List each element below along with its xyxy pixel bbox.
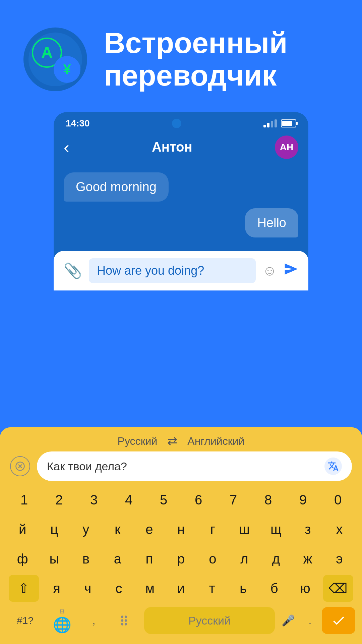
drag-handle-button[interactable] xyxy=(107,607,141,634)
key-я[interactable]: я xyxy=(43,575,70,602)
signal-icon xyxy=(263,119,277,127)
key-с[interactable]: с xyxy=(106,575,132,602)
globe-settings-area: ⚙ 🌐 xyxy=(44,607,80,634)
header-section: A ¥ Встроенный переводчик xyxy=(0,0,362,105)
key-4[interactable]: 4 xyxy=(115,486,142,513)
symbols-label: #1? xyxy=(17,615,34,626)
key-м[interactable]: м xyxy=(136,575,163,602)
key-х[interactable]: х xyxy=(326,516,353,543)
translated-text: Как твои дела? xyxy=(47,460,127,473)
message-sent: Hello xyxy=(245,208,298,237)
message-received: Good morning xyxy=(64,172,169,202)
key-ч[interactable]: ч xyxy=(74,575,101,602)
key-д[interactable]: д xyxy=(263,545,290,572)
key-г[interactable]: г xyxy=(199,516,226,543)
key-э[interactable]: э xyxy=(326,545,353,572)
status-bar: 14:30 xyxy=(54,112,308,132)
emoji-icon[interactable]: ☺ xyxy=(262,263,277,279)
key-0[interactable]: 0 xyxy=(324,486,351,513)
key-н[interactable]: н xyxy=(168,516,194,543)
key-ю[interactable]: ю xyxy=(292,575,319,602)
key-2[interactable]: 2 xyxy=(46,486,72,513)
keyboard-row-2: ф ы в а п р о л д ж э xyxy=(7,545,355,572)
key-9[interactable]: 9 xyxy=(290,486,316,513)
contact-name: Антон xyxy=(152,140,192,155)
key-ь[interactable]: ь xyxy=(230,575,256,602)
message-text: Good morning xyxy=(76,180,157,194)
comma-key[interactable]: , xyxy=(80,607,107,634)
key-1[interactable]: 1 xyxy=(11,486,38,513)
status-notch xyxy=(172,119,181,128)
confirm-button[interactable] xyxy=(322,607,355,634)
globe-icon[interactable]: 🌐 xyxy=(53,616,71,634)
translator-bar: Русский ⇄ Английский xyxy=(0,427,362,451)
key-з[interactable]: з xyxy=(294,516,321,543)
swap-languages-button[interactable]: ⇄ xyxy=(167,434,177,448)
key-п[interactable]: п xyxy=(136,545,163,572)
source-lang[interactable]: Русский xyxy=(118,435,158,447)
key-а[interactable]: а xyxy=(104,545,131,572)
key-щ[interactable]: щ xyxy=(263,516,290,543)
input-bar: 📎 How are you doing? ☺ xyxy=(54,251,308,290)
microphone-button[interactable]: 🎤 xyxy=(278,607,298,634)
key-в[interactable]: в xyxy=(72,545,99,572)
key-к[interactable]: к xyxy=(104,516,131,543)
key-7[interactable]: 7 xyxy=(220,486,247,513)
key-р[interactable]: р xyxy=(168,545,194,572)
key-и[interactable]: и xyxy=(168,575,194,602)
key-у[interactable]: у xyxy=(72,516,99,543)
send-button[interactable] xyxy=(284,262,298,280)
message-text: Hello xyxy=(257,216,286,230)
key-т[interactable]: т xyxy=(199,575,226,602)
status-icons xyxy=(263,119,296,127)
keyboard-section: Русский ⇄ Английский Как твои дела? 1 2 xyxy=(0,427,362,644)
icon-letter-yen: ¥ xyxy=(54,56,80,83)
translation-display: Как твои дела? xyxy=(37,451,352,481)
key-ш[interactable]: ш xyxy=(231,516,258,543)
key-3[interactable]: 3 xyxy=(80,486,107,513)
space-key[interactable]: Русский xyxy=(144,607,275,634)
key-б[interactable]: б xyxy=(261,575,288,602)
message-input[interactable]: How are you doing? xyxy=(89,258,256,283)
period-label: . xyxy=(309,614,312,627)
status-time: 14:30 xyxy=(66,118,90,129)
shift-button[interactable]: ⇧ xyxy=(9,575,39,602)
key-л[interactable]: л xyxy=(231,545,258,572)
key-ц[interactable]: ц xyxy=(41,516,68,543)
chat-header: ‹ Антон АН xyxy=(54,132,308,166)
key-5[interactable]: 5 xyxy=(150,486,177,513)
bottom-row: #1? ⚙ 🌐 , Русский 🎤 . xyxy=(0,604,362,634)
target-lang[interactable]: Английский xyxy=(187,435,244,447)
keyboard-rows: 1 2 3 4 5 6 7 8 9 0 й ц у к е н г ш щ з … xyxy=(0,486,362,602)
key-6[interactable]: 6 xyxy=(185,486,212,513)
battery-icon xyxy=(281,119,296,127)
comma-label: , xyxy=(93,614,96,627)
translate-icon-button[interactable] xyxy=(324,458,342,475)
settings-icon[interactable]: ⚙ xyxy=(59,607,65,615)
phone-mockup: 14:30 ‹ Антон АН Good morning Hello 📎 Ho… xyxy=(54,112,308,290)
input-text: How are you doing? xyxy=(97,264,204,277)
space-label: Русский xyxy=(188,614,231,627)
attach-icon[interactable]: 📎 xyxy=(64,262,82,279)
back-button[interactable]: ‹ xyxy=(64,138,69,157)
symbols-button[interactable]: #1? xyxy=(7,607,44,634)
avatar[interactable]: АН xyxy=(275,136,298,159)
header-title: Встроенный переводчик xyxy=(104,27,288,92)
key-8[interactable]: 8 xyxy=(255,486,282,513)
key-о[interactable]: о xyxy=(199,545,226,572)
key-ж[interactable]: ж xyxy=(294,545,321,572)
keyboard-row-1: й ц у к е н г ш щ з х xyxy=(7,516,355,543)
keyboard-row-3: ⇧ я ч с м и т ь б ю ⌫ xyxy=(7,575,355,602)
backspace-button[interactable]: ⌫ xyxy=(323,575,353,602)
period-key[interactable]: . xyxy=(298,607,322,634)
key-ф[interactable]: ф xyxy=(9,545,36,572)
key-е[interactable]: е xyxy=(136,516,163,543)
key-й[interactable]: й xyxy=(9,516,36,543)
app-icon: A ¥ xyxy=(23,28,87,91)
key-ы[interactable]: ы xyxy=(41,545,68,572)
translation-row: Как твои дела? xyxy=(0,451,362,486)
chat-messages: Good morning Hello xyxy=(54,166,308,248)
clear-translation-button[interactable] xyxy=(10,456,30,476)
numbers-row: 1 2 3 4 5 6 7 8 9 0 xyxy=(7,486,355,513)
